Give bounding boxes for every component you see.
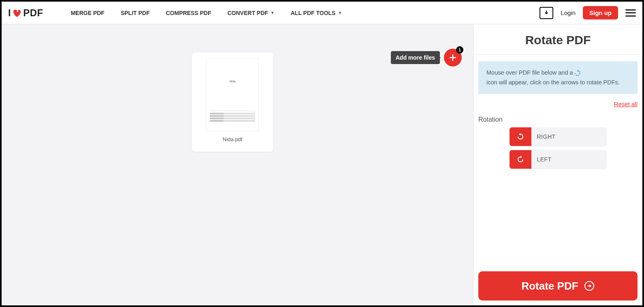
rotate-left-label: LEFT bbox=[531, 150, 607, 169]
nav-convert[interactable]: CONVERT PDF▼ bbox=[227, 10, 274, 16]
caret-down-icon: ▼ bbox=[338, 11, 342, 15]
add-files-button[interactable]: 1 bbox=[444, 49, 462, 67]
logo[interactable]: I PDF bbox=[8, 7, 43, 19]
add-files-tooltip: Add more files bbox=[391, 51, 440, 64]
plus-icon bbox=[448, 53, 457, 62]
info-text-pre: Mouse over PDF file below and a bbox=[486, 69, 573, 77]
info-box: Mouse over PDF file below and a icon wil… bbox=[478, 61, 638, 94]
signup-button[interactable]: Sign up bbox=[583, 6, 618, 19]
rotation-label: Rotation bbox=[473, 110, 642, 127]
main-area: Nida — Nida.pdf Add more files 1 bbox=[2, 24, 473, 305]
preview-title: Nida bbox=[210, 80, 255, 83]
rotate-right-label: RIGHT bbox=[531, 127, 607, 146]
sidebar-title: Rotate PDF bbox=[473, 24, 642, 55]
nav-all-tools[interactable]: ALL PDF TOOLS▼ bbox=[291, 10, 342, 16]
topbar: I PDF MERGE PDF SPLIT PDF COMPRESS PDF C… bbox=[2, 2, 642, 24]
hamburger-menu-icon[interactable] bbox=[625, 9, 636, 17]
rotate-left-icon bbox=[510, 150, 531, 169]
nav-split[interactable]: SPLIT PDF bbox=[121, 10, 150, 16]
login-link[interactable]: Login bbox=[561, 9, 576, 16]
heart-icon bbox=[12, 9, 22, 17]
file-card[interactable]: Nida — Nida.pdf bbox=[192, 53, 273, 152]
rotate-right-button[interactable]: RIGHT bbox=[510, 127, 607, 146]
logo-suffix: PDF bbox=[23, 7, 43, 19]
nav-compress[interactable]: COMPRESS PDF bbox=[166, 10, 211, 16]
preview-sub: — bbox=[210, 84, 255, 86]
main-nav: MERGE PDF SPLIT PDF COMPRESS PDF CONVERT… bbox=[71, 10, 342, 16]
file-name: Nida.pdf bbox=[223, 136, 242, 142]
rotate-pdf-button[interactable]: Rotate PDF bbox=[478, 271, 638, 301]
info-text-post: icon will appear, click on the arrows to… bbox=[486, 78, 620, 87]
desktop-download-icon[interactable] bbox=[540, 7, 553, 19]
logo-prefix: I bbox=[8, 7, 11, 19]
arrow-right-circle-icon bbox=[584, 281, 595, 291]
rotate-hint-icon bbox=[574, 70, 581, 76]
nav-merge[interactable]: MERGE PDF bbox=[71, 10, 104, 16]
file-preview: Nida — bbox=[206, 58, 259, 131]
sidebar: Rotate PDF Mouse over PDF file below and… bbox=[473, 24, 642, 305]
reset-all-link[interactable]: Reset all bbox=[614, 101, 638, 107]
action-label: Rotate PDF bbox=[521, 280, 578, 292]
rotate-right-icon bbox=[510, 127, 531, 146]
rotate-left-button[interactable]: LEFT bbox=[510, 150, 607, 169]
caret-down-icon: ▼ bbox=[271, 11, 275, 15]
file-count-badge: 1 bbox=[456, 46, 463, 54]
right-controls: Login Sign up bbox=[540, 6, 636, 19]
